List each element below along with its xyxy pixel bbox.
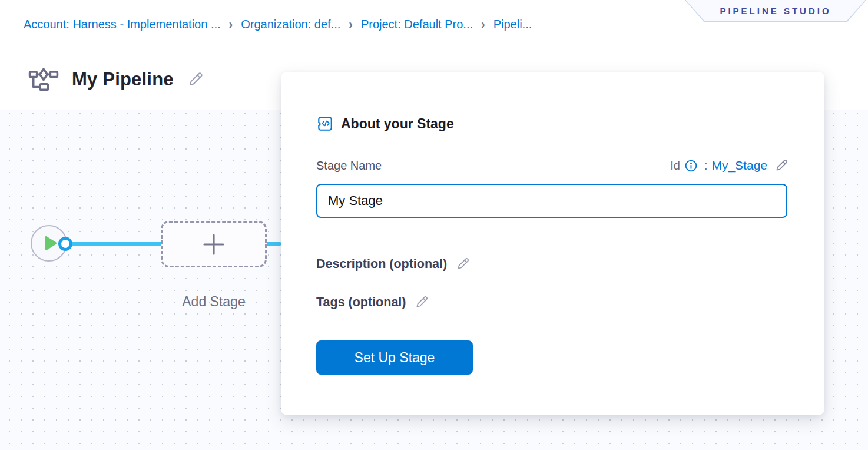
connector-port[interactable] <box>58 237 72 251</box>
stage-name-row: Stage Name Id : My_Stage <box>316 158 789 173</box>
panel-title: About your Stage <box>341 116 454 132</box>
stage-id-group: Id : My_Stage <box>670 158 789 173</box>
pipeline-studio-screen: Account: Harness - Implementation ... › … <box>0 0 868 450</box>
edit-tags-icon[interactable] <box>414 295 429 310</box>
breadcrumb-organization[interactable]: Organization: def... <box>241 18 340 31</box>
stage-name-input[interactable] <box>316 184 787 218</box>
edit-pipeline-icon[interactable] <box>187 71 204 88</box>
connector-edge <box>265 242 281 246</box>
breadcrumb: Account: Harness - Implementation ... › … <box>24 18 532 31</box>
stage-name-label: Stage Name <box>316 159 382 173</box>
stage-id-value[interactable]: My_Stage <box>711 158 767 173</box>
pipeline-studio-badge-label: PIPELINE STUDIO <box>686 0 866 21</box>
chevron-right-icon: › <box>229 17 233 32</box>
page-title: My Pipeline <box>72 69 174 90</box>
description-label: Description (optional) <box>316 257 447 272</box>
play-icon <box>44 236 57 251</box>
add-stage-node[interactable] <box>161 221 267 267</box>
breadcrumb-account[interactable]: Account: Harness - Implementation ... <box>24 18 221 31</box>
pipeline-icon <box>28 67 59 92</box>
info-icon[interactable] <box>684 159 698 173</box>
edit-description-icon[interactable] <box>455 256 471 272</box>
set-up-stage-button[interactable]: Set Up Stage <box>316 340 473 375</box>
chevron-right-icon: › <box>349 17 353 32</box>
connector-edge <box>66 242 163 246</box>
about-stage-panel: About your Stage Stage Name Id : My_Stag… <box>281 72 824 415</box>
chevron-right-icon: › <box>481 17 485 32</box>
breadcrumb-project[interactable]: Project: Default Pro... <box>361 18 473 31</box>
tags-label: Tags (optional) <box>316 295 406 310</box>
stage-code-icon <box>316 115 334 133</box>
id-colon: : <box>704 159 708 173</box>
pipeline-studio-badge: PIPELINE STUDIO <box>685 0 866 22</box>
id-label: Id <box>670 159 680 173</box>
add-stage-label: Add Stage <box>149 294 279 310</box>
description-row: Description (optional) <box>316 256 471 272</box>
panel-header: About your Stage <box>316 115 454 133</box>
edit-id-icon[interactable] <box>774 158 789 173</box>
tags-row: Tags (optional) <box>316 295 429 310</box>
plus-icon <box>203 233 225 256</box>
breadcrumb-pipeline[interactable]: Pipeli... <box>493 18 532 31</box>
